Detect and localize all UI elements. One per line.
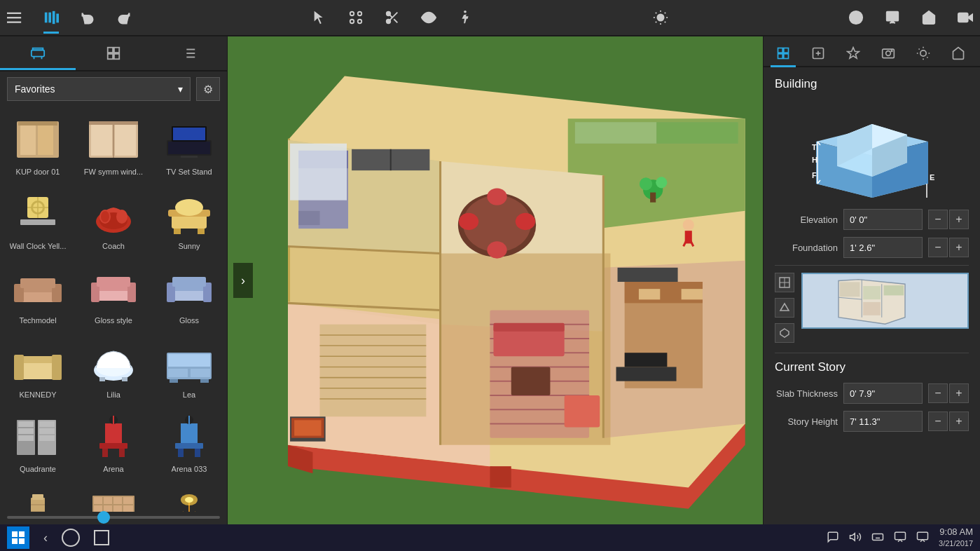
list-item[interactable]: shelf17 <box>76 478 151 512</box>
slab-thickness-value[interactable]: 0' 7.9" <box>843 383 923 404</box>
list-item[interactable]: KUP door 01 <box>0 107 76 181</box>
furniture-tab[interactable] <box>0 36 76 70</box>
svg-point-217 <box>656 177 667 188</box>
speaker-icon[interactable] <box>849 531 862 545</box>
svg-rect-177 <box>320 325 427 417</box>
list-tab[interactable] <box>151 36 227 70</box>
svg-rect-118 <box>99 443 127 449</box>
svg-rect-2 <box>7 22 21 23</box>
back-button[interactable]: ‹ <box>43 531 48 545</box>
list-item[interactable]: chair16 <box>0 478 76 512</box>
floor-plan-icon[interactable] <box>775 273 794 292</box>
foundation-label: Foundation <box>775 243 838 253</box>
favorites-dropdown[interactable]: Favorites ▾ <box>7 77 191 101</box>
scissors-icon[interactable] <box>385 10 400 25</box>
undo-icon[interactable] <box>80 10 95 25</box>
left-panel-tabs <box>0 36 227 72</box>
elevation-decrease-button[interactable]: − <box>928 210 948 229</box>
svg-rect-200 <box>616 367 677 381</box>
monitor-icon[interactable] <box>916 531 929 545</box>
list-item[interactable]: Techmodel <box>0 255 76 329</box>
svg-point-9 <box>358 12 362 16</box>
paint-tab[interactable] <box>841 41 866 66</box>
group-icon[interactable] <box>348 10 364 25</box>
notifications-icon[interactable] <box>894 531 906 545</box>
svg-rect-110 <box>39 421 55 427</box>
svg-rect-208 <box>575 122 656 143</box>
list-item[interactable]: Quadrante <box>0 404 76 478</box>
foundation-decrease-button[interactable]: − <box>928 238 948 257</box>
list-item[interactable]: Lilia <box>76 329 151 404</box>
style-tab[interactable] <box>76 36 151 70</box>
item-preview <box>8 187 68 240</box>
list-item[interactable]: lamp18 <box>151 478 227 512</box>
list-item[interactable]: Gloss style <box>76 255 151 329</box>
chat-icon[interactable] <box>827 531 839 545</box>
story-height-increase-button[interactable]: + <box>949 411 969 431</box>
select-icon[interactable] <box>312 10 327 25</box>
menu-icon[interactable] <box>7 10 22 25</box>
elevation-view-icon[interactable] <box>775 298 794 318</box>
svg-rect-54 <box>115 123 136 156</box>
sun-icon[interactable] <box>653 10 668 25</box>
list-item[interactable]: KENNEDY <box>0 329 76 404</box>
list-item[interactable]: TV Set Stand <box>151 107 227 181</box>
elevation-increase-button[interactable]: + <box>949 210 969 229</box>
library-icon[interactable] <box>43 10 59 25</box>
keyboard-icon[interactable] <box>871 531 884 545</box>
3d-view-icon[interactable] <box>775 323 794 343</box>
svg-point-12 <box>387 12 391 16</box>
svg-rect-104 <box>191 369 210 377</box>
svg-point-232 <box>886 51 891 56</box>
story-height-decrease-button[interactable]: − <box>928 411 948 431</box>
center-canvas[interactable]: › <box>228 36 763 524</box>
task-view-button[interactable] <box>94 530 109 545</box>
foundation-increase-button[interactable]: + <box>949 238 969 257</box>
select-right-tab[interactable] <box>771 41 796 66</box>
sun-right-tab[interactable] <box>911 41 936 66</box>
cortana-button[interactable] <box>62 529 80 547</box>
current-story-title: Current Story <box>775 360 969 374</box>
svg-rect-267 <box>840 282 860 297</box>
svg-point-190 <box>487 241 506 258</box>
list-item[interactable]: Lea <box>151 329 227 404</box>
house-top-icon[interactable] <box>921 10 937 25</box>
svg-point-234 <box>920 50 926 56</box>
minimap[interactable] <box>801 273 969 329</box>
slab-decrease-button[interactable]: − <box>928 383 948 403</box>
settings-button[interactable]: ⚙ <box>196 77 220 101</box>
svg-rect-136 <box>104 497 112 504</box>
time-display[interactable]: 9:08 AM 3/21/2017 <box>939 526 973 548</box>
windows-button[interactable] <box>7 526 29 549</box>
walk-icon[interactable] <box>457 10 473 25</box>
svg-rect-135 <box>94 497 102 504</box>
list-item[interactable]: Sunny <box>151 181 227 255</box>
elevation-value[interactable]: 0' 0" <box>843 209 923 230</box>
eye-icon[interactable] <box>421 10 436 25</box>
list-item[interactable]: Coach <box>76 181 151 255</box>
info-top-icon[interactable] <box>848 10 864 25</box>
svg-rect-37 <box>33 48 43 50</box>
item-label: TV Set Stand <box>166 168 212 176</box>
expand-arrow-button[interactable]: › <box>233 263 253 298</box>
svg-point-211 <box>683 219 694 231</box>
story-height-value[interactable]: 7' 11.3" <box>843 411 923 432</box>
export-icon[interactable] <box>885 10 900 25</box>
photo-tab[interactable] <box>876 41 901 66</box>
home-right-tab[interactable] <box>946 41 971 66</box>
svg-rect-0 <box>7 13 21 14</box>
svg-rect-82 <box>20 278 55 288</box>
item-label: Quadrante <box>20 465 56 473</box>
camera-top-icon[interactable] <box>958 10 973 25</box>
foundation-value[interactable]: 1' 2.6" <box>843 237 923 258</box>
slab-increase-button[interactable]: + <box>949 383 969 403</box>
svg-point-19 <box>657 14 663 20</box>
list-item[interactable]: Arena <box>76 404 151 478</box>
list-item[interactable]: FW symm wind... <box>76 107 151 181</box>
zoom-slider[interactable] <box>7 516 220 519</box>
list-item[interactable]: Gloss <box>151 255 227 329</box>
redo-icon[interactable] <box>116 10 132 25</box>
add-tab[interactable] <box>806 41 831 66</box>
list-item[interactable]: Wall Clock Yell... <box>0 181 76 255</box>
list-item[interactable]: Arena 033 <box>151 404 227 478</box>
